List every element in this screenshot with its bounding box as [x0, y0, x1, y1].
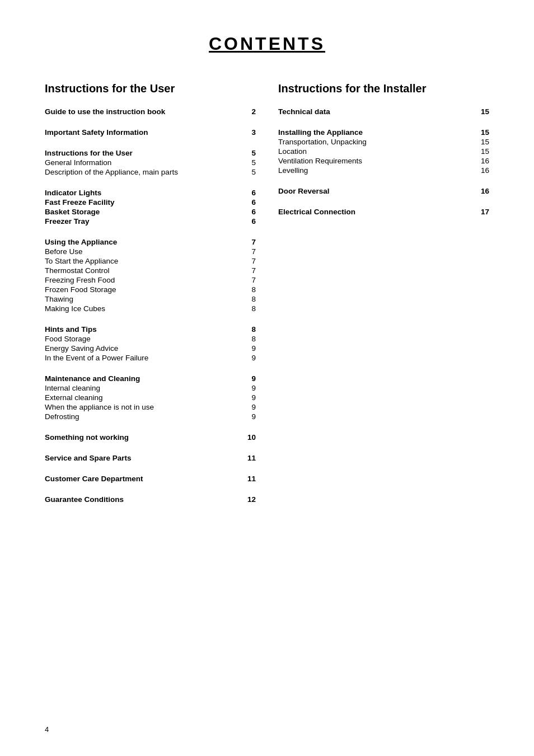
toc-entry-page: 16 — [478, 187, 489, 195]
toc-entry-label: Indicator Lights — [45, 189, 245, 197]
toc-entry-label: Guarantee Conditions — [45, 495, 245, 504]
toc-entry: Location15 — [278, 147, 489, 156]
toc-entry: Basket Storage6 — [45, 208, 256, 216]
toc-entry-page: 7 — [245, 257, 256, 265]
toc-entry-label: Before Use — [45, 247, 245, 256]
toc-entry-page: 8 — [245, 335, 256, 343]
toc-entry: To Start the Appliance7 — [45, 257, 256, 265]
toc-entry-page: 5 — [245, 158, 256, 167]
toc-entry-page: 6 — [245, 198, 256, 206]
toc-entry: Transportation, Unpacking15 — [278, 138, 489, 146]
toc-entry-page: 6 — [245, 208, 256, 216]
toc-entry-label: Guide to use the instruction book — [45, 107, 245, 116]
toc-entry: Freezer Tray6 — [45, 217, 256, 226]
toc-entry-page: 9 — [245, 393, 256, 402]
toc-entry-label: Frozen Food Storage — [45, 285, 245, 294]
toc-entry: Hints and Tips8 — [45, 325, 256, 334]
toc-entry: External cleaning9 — [45, 393, 256, 402]
toc-group: Door Reversal16 — [278, 187, 489, 195]
toc-entry: Before Use7 — [45, 247, 256, 256]
toc-group: Guide to use the instruction book2 — [45, 107, 256, 116]
toc-entry-page: 15 — [478, 128, 489, 137]
toc-entry-label: Basket Storage — [45, 208, 245, 216]
toc-entry-label: Defrosting — [45, 412, 245, 421]
toc-entry-page: 15 — [478, 147, 489, 156]
toc-entry-label: Instructions for the User — [45, 149, 245, 157]
toc-entry-page: 7 — [245, 238, 256, 246]
toc-entry-label: General Information — [45, 158, 245, 167]
toc-entry: Guide to use the instruction book2 — [45, 107, 256, 116]
toc-entry-label: Installing the Appliance — [278, 128, 478, 137]
toc-entry-page: 5 — [245, 149, 256, 157]
toc-entry: Frozen Food Storage8 — [45, 285, 256, 294]
toc-entry-page: 2 — [245, 107, 256, 116]
toc-entry-label: Transportation, Unpacking — [278, 138, 478, 146]
toc-entry-page: 7 — [245, 266, 256, 275]
toc-entry: Using the Appliance7 — [45, 238, 256, 246]
toc-group: Guarantee Conditions12 — [45, 495, 256, 504]
toc-entry-label: Thermostat Control — [45, 266, 245, 275]
toc-entry: Door Reversal16 — [278, 187, 489, 195]
toc-entry-page: 9 — [245, 354, 256, 362]
toc-entry: Service and Spare Parts11 — [45, 454, 256, 462]
toc-entry-label: Ventilation Requirements — [278, 157, 478, 165]
toc-entry-label: Using the Appliance — [45, 238, 245, 246]
toc-entry-label: Important Safety Information — [45, 128, 245, 137]
toc-entry: Installing the Appliance15 — [278, 128, 489, 137]
toc-entry: Thawing8 — [45, 295, 256, 303]
toc-entry: In the Event of a Power Failure9 — [45, 354, 256, 362]
toc-entry-page: 8 — [245, 285, 256, 294]
left-column: Instructions for the User Guide to use t… — [45, 82, 256, 516]
toc-entry-page: 6 — [245, 189, 256, 197]
toc-entry-page: 16 — [478, 166, 489, 175]
toc-entry-label: Something not working — [45, 433, 245, 442]
toc-entry-page: 17 — [478, 208, 489, 216]
toc-entry-label: External cleaning — [45, 393, 245, 402]
toc-entry-page: 11 — [245, 475, 256, 483]
toc-entry-label: Levelling — [278, 166, 478, 175]
toc-entry: Ventilation Requirements16 — [278, 157, 489, 165]
right-toc-groups: Technical data15Installing the Appliance… — [278, 107, 489, 216]
page-number: 4 — [45, 725, 49, 734]
toc-entry: Food Storage8 — [45, 335, 256, 343]
toc-entry-page: 12 — [245, 495, 256, 504]
toc-entry: Important Safety Information3 — [45, 128, 256, 137]
toc-entry: General Information5 — [45, 158, 256, 167]
toc-group: Indicator Lights6Fast Freeze Facility6Ba… — [45, 189, 256, 226]
toc-entry: Something not working10 — [45, 433, 256, 442]
toc-entry-label: Technical data — [278, 107, 478, 116]
toc-entry-label: Fast Freeze Facility — [45, 198, 245, 206]
page-title: CONTENTS — [45, 34, 489, 54]
toc-entry-label: In the Event of a Power Failure — [45, 354, 245, 362]
toc-entry: Energy Saving Advice9 — [45, 344, 256, 353]
toc-entry-label: Internal cleaning — [45, 384, 245, 392]
toc-entry: Indicator Lights6 — [45, 189, 256, 197]
left-toc-groups: Guide to use the instruction book2Import… — [45, 107, 256, 504]
toc-group: Electrical Connection17 — [278, 208, 489, 216]
toc-entry: Defrosting9 — [45, 412, 256, 421]
toc-group: Using the Appliance7Before Use7To Start … — [45, 238, 256, 313]
toc-group: Hints and Tips8Food Storage8Energy Savin… — [45, 325, 256, 362]
toc-entry-label: Customer Care Department — [45, 475, 245, 483]
toc-entry: Maintenance and Cleaning9 — [45, 374, 256, 383]
toc-entry-page: 15 — [478, 138, 489, 146]
toc-entry-page: 16 — [478, 157, 489, 165]
toc-entry-page: 8 — [245, 325, 256, 334]
toc-group: Installing the Appliance15Transportation… — [278, 128, 489, 175]
toc-entry: Thermostat Control7 — [45, 266, 256, 275]
toc-entry: Instructions for the User5 — [45, 149, 256, 157]
toc-group: Service and Spare Parts11 — [45, 454, 256, 462]
toc-entry-label: Door Reversal — [278, 187, 478, 195]
toc-entry: Technical data15 — [278, 107, 489, 116]
toc-entry-page: 9 — [245, 384, 256, 392]
toc-entry-page: 3 — [245, 128, 256, 137]
toc-entry-label: Thawing — [45, 295, 245, 303]
left-section-heading: Instructions for the User — [45, 82, 256, 95]
toc-group: Important Safety Information3 — [45, 128, 256, 137]
toc-entry-label: Freezing Fresh Food — [45, 276, 245, 284]
toc-entry-label: Location — [278, 147, 478, 156]
toc-group: Maintenance and Cleaning9Internal cleani… — [45, 374, 256, 421]
toc-entry-page: 7 — [245, 276, 256, 284]
toc-entry-label: Energy Saving Advice — [45, 344, 245, 353]
toc-entry: Levelling16 — [278, 166, 489, 175]
